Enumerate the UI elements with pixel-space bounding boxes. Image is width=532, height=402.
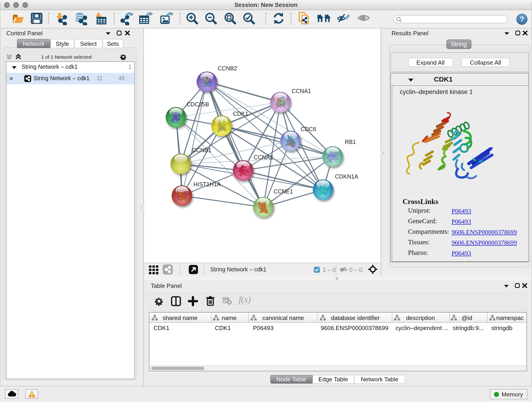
svg-text:CDC25B: CDC25B xyxy=(186,101,209,108)
svg-text:CCNB1: CCNB1 xyxy=(192,147,211,153)
svg-text:CCNA1: CCNA1 xyxy=(292,88,311,94)
svg-text:CDC6: CDC6 xyxy=(301,126,316,132)
svg-text:RB1: RB1 xyxy=(345,139,356,145)
svg-text:CCNB2: CCNB2 xyxy=(218,65,237,71)
svg-text:CDKN1A: CDKN1A xyxy=(335,173,358,180)
svg-text:CCNA2: CCNA2 xyxy=(254,154,273,160)
svg-text:HIST1H1A: HIST1H1A xyxy=(193,181,221,187)
svg-text:CDK1: CDK1 xyxy=(233,110,248,117)
svg-text:CCNE1: CCNE1 xyxy=(273,188,293,195)
